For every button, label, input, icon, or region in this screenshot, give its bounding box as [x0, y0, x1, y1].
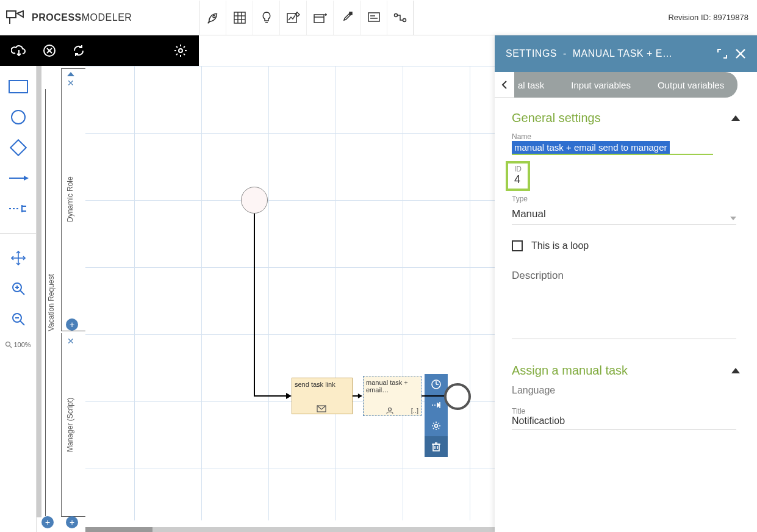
svg-point-25: [179, 49, 182, 52]
svg-marker-2: [17, 11, 23, 17]
mail-icon: [317, 405, 326, 412]
svg-rect-32: [21, 205, 23, 212]
pal-task-icon[interactable]: [8, 78, 29, 95]
tabs-scroll-left-icon[interactable]: [495, 72, 514, 98]
type-value: Manual: [512, 208, 546, 220]
tab-input-variables[interactable]: Input variables: [558, 72, 644, 98]
name-input[interactable]: manual task + email send to manager: [512, 141, 670, 155]
settings-panel: SETTINGS - MANUAL TASK + E… al task Inpu…: [495, 35, 757, 532]
svg-rect-0: [7, 11, 16, 18]
loop-checkbox[interactable]: [512, 240, 523, 251]
pal-event-icon[interactable]: [8, 109, 29, 126]
settings-header: SETTINGS - MANUAL TASK + E…: [495, 35, 757, 72]
task-send-link[interactable]: send task link: [292, 378, 353, 414]
logo-area: PROCESSMODELER: [0, 10, 199, 25]
settings-title: SETTINGS - MANUAL TASK + E…: [506, 48, 672, 59]
section-assign-task[interactable]: Assign a manual task: [512, 364, 740, 378]
form-icon[interactable]: [360, 1, 387, 35]
loop-label: This is a loop: [531, 240, 589, 251]
lane-delete-icon[interactable]: ✕: [67, 79, 74, 87]
window-add-icon[interactable]: [306, 1, 333, 35]
label-name: Name: [512, 132, 740, 141]
chart-edit-icon[interactable]: [279, 1, 306, 35]
label-title: Title: [512, 407, 736, 415]
tab-manual-task[interactable]: al task: [514, 72, 558, 98]
task-manual-email[interactable]: manual task + email… [..]: [363, 376, 422, 416]
task-label: send task link: [295, 381, 350, 388]
end-event[interactable]: [444, 383, 471, 410]
svg-rect-15: [350, 12, 352, 15]
id-highlight-box: ID 4: [506, 161, 530, 191]
svg-line-38: [20, 290, 24, 295]
vertical-scrollbar[interactable]: [37, 66, 41, 517]
label-type: Type: [512, 195, 740, 203]
description-textarea[interactable]: [512, 284, 736, 339]
chevron-up-icon[interactable]: [731, 368, 740, 373]
title-value: Notificactiob: [512, 415, 736, 426]
lane-delete-icon[interactable]: ✕: [67, 337, 74, 345]
rocket-icon[interactable]: [199, 1, 226, 35]
refresh-icon[interactable]: [72, 44, 85, 57]
pool-label[interactable]: Vacation Request: [45, 89, 57, 516]
expand-icon[interactable]: [717, 48, 728, 59]
svg-point-44: [6, 342, 10, 347]
chevron-down-icon: [730, 217, 736, 220]
loop-checkbox-row: This is a loop: [512, 240, 740, 251]
lane1-controls: ✕: [65, 72, 77, 87]
svg-point-27: [12, 110, 25, 124]
zoom-out-icon[interactable]: [8, 311, 29, 328]
svg-rect-16: [368, 13, 379, 21]
grid-icon[interactable]: [226, 1, 253, 35]
svg-marker-30: [24, 176, 29, 181]
type-select[interactable]: Manual: [512, 208, 736, 225]
zoom-in-icon[interactable]: [8, 280, 29, 297]
eyedropper-icon[interactable]: [333, 1, 360, 35]
start-event[interactable]: [241, 187, 268, 214]
node-settings-icon[interactable]: [425, 415, 448, 436]
label-language: Language: [512, 385, 740, 396]
svg-point-3: [213, 15, 215, 18]
title-input[interactable]: Title Notificactiob: [512, 407, 736, 430]
top-toolbar: [199, 0, 414, 35]
node-toolbar: [425, 374, 448, 457]
pal-move-icon[interactable]: [8, 250, 29, 267]
lane-collapse-icon[interactable]: [67, 72, 74, 76]
settings-gear-icon[interactable]: [173, 43, 188, 58]
lane-dynamic-role[interactable]: Dynamic Role: [61, 68, 78, 331]
label-description: Description: [512, 270, 740, 282]
pal-flow-icon[interactable]: [8, 170, 29, 187]
label-id: ID: [514, 165, 522, 173]
pool-add-icon[interactable]: +: [41, 516, 54, 528]
connector-icon[interactable]: [387, 1, 414, 35]
tab-output-variables[interactable]: Output variables: [644, 72, 737, 98]
svg-point-47: [389, 408, 392, 411]
app-title: PROCESSMODELER: [32, 12, 132, 23]
svg-line-42: [20, 321, 24, 325]
settings-tabs: al task Input variables Output variables: [495, 72, 757, 98]
close-icon[interactable]: [735, 48, 746, 59]
section-general-settings[interactable]: General settings: [512, 111, 740, 125]
horizontal-scrollbar[interactable]: [85, 527, 495, 532]
pal-gateway-icon[interactable]: [8, 139, 29, 156]
revision-id: Revision ID: 89719878: [668, 13, 757, 22]
svg-line-45: [10, 346, 12, 348]
chevron-up-icon[interactable]: [731, 115, 740, 121]
id-value: 4: [514, 173, 522, 186]
zoom-level: 100%: [5, 341, 30, 348]
node-delete-icon[interactable]: [425, 436, 448, 457]
lane-add-icon[interactable]: +: [66, 516, 78, 528]
svg-rect-28: [10, 140, 26, 155]
lane-add-icon[interactable]: +: [66, 318, 78, 331]
svg-rect-26: [9, 81, 27, 93]
cancel-circle-icon[interactable]: [43, 44, 56, 57]
task-label: manual task + email…: [366, 379, 418, 394]
top-header: PROCESSMODELER Revision ID: 89719878: [0, 0, 757, 35]
svg-rect-4: [234, 12, 245, 23]
shape-palette: 100%: [0, 66, 37, 532]
app-logo-icon: [6, 10, 24, 25]
lightbulb-icon[interactable]: [253, 1, 279, 35]
cloud-save-icon[interactable]: [11, 44, 27, 57]
diagram-canvas[interactable]: send task link manual task + email… [..]: [85, 66, 495, 520]
lane-manager[interactable]: Manager (Script): [61, 333, 78, 516]
pal-link-icon[interactable]: [8, 200, 29, 217]
